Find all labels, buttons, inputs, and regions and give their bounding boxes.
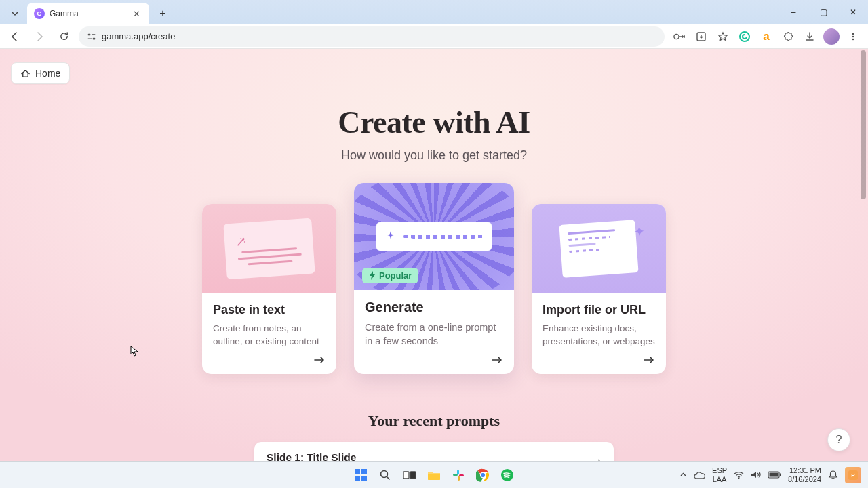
card-desc: Enhance existing docs, presentations, or…	[542, 323, 655, 348]
password-key-icon[interactable]	[670, 27, 689, 46]
window-close-button[interactable]: ✕	[838, 0, 868, 24]
home-button[interactable]: Home	[11, 62, 70, 84]
tab-strip: G Gamma ✕ +	[5, 0, 172, 24]
svg-rect-9	[361, 469, 367, 474]
slack-icon	[452, 469, 465, 481]
downloads-icon[interactable]	[800, 27, 819, 46]
svg-rect-14	[410, 472, 416, 479]
svg-rect-8	[355, 469, 360, 474]
address-bar[interactable]: gamma.app/create	[79, 26, 665, 47]
reload-icon	[59, 31, 69, 41]
recent-prompts-heading: Your recent prompts	[0, 412, 868, 430]
window-minimize-button[interactable]: –	[778, 0, 808, 24]
card-generate[interactable]: Popular Generate Create from a one-line …	[354, 183, 514, 374]
chrome-icon	[476, 468, 490, 482]
svg-rect-15	[457, 470, 459, 474]
card-title: Import file or URL	[542, 303, 655, 317]
clock-date: 8/16/2024	[788, 475, 821, 483]
svg-point-5	[852, 33, 854, 35]
folder-icon	[427, 470, 441, 481]
forward-button[interactable]	[30, 27, 49, 46]
tray-clock[interactable]: 12:31 PM 8/16/2024	[788, 466, 821, 483]
card-desc: Create from a one-line prompt in a few s…	[365, 321, 503, 348]
help-button[interactable]: ?	[827, 428, 850, 451]
svg-point-4	[740, 32, 749, 41]
card-desc: Create from notes, an outline, or existi…	[213, 323, 326, 348]
spotify-icon	[500, 468, 514, 482]
svg-rect-25	[770, 473, 778, 477]
new-tab-button[interactable]: +	[153, 4, 172, 23]
back-button[interactable]	[5, 27, 24, 46]
popular-badge: Popular	[362, 268, 418, 283]
search-icon	[379, 469, 391, 481]
reload-button[interactable]	[54, 27, 73, 46]
svg-rect-13	[403, 472, 409, 479]
profile-avatar[interactable]	[822, 27, 841, 46]
tray-onedrive-icon[interactable]	[694, 471, 705, 479]
clock-time: 12:31 PM	[788, 466, 821, 474]
bolt-icon	[369, 271, 376, 280]
svg-text:P: P	[851, 472, 855, 479]
lang-primary: ESP	[712, 466, 727, 474]
taskbar-spotify[interactable]	[497, 465, 517, 485]
tray-notifications-icon[interactable]	[828, 470, 838, 480]
window-maximize-button[interactable]: ▢	[808, 0, 838, 24]
browser-menu-button[interactable]	[844, 27, 863, 46]
window-controls: – ▢ ✕	[778, 0, 868, 24]
extensions-puzzle-icon[interactable]	[778, 27, 797, 46]
taskview-icon	[403, 470, 416, 481]
badge-label: Popular	[379, 270, 412, 281]
scrollbar-thumb[interactable]	[861, 50, 866, 199]
recent-title: Slide 1: Title Slide	[267, 451, 601, 461]
page-viewport: Home Create with AI How would you like t…	[0, 49, 868, 461]
home-label: Home	[35, 68, 60, 79]
tab-search-dropdown[interactable]	[5, 4, 24, 23]
card-title: Paste in text	[213, 303, 326, 317]
install-app-icon[interactable]	[692, 27, 711, 46]
extension-grammarly-icon[interactable]	[735, 27, 754, 46]
home-icon	[20, 68, 31, 79]
taskbar-search[interactable]	[375, 465, 395, 485]
windows-taskbar: ESP LAA 12:31 PM 8/16/2024 P	[0, 461, 868, 488]
arrow-right-icon	[643, 355, 655, 365]
page-subtitle: How would you like to get started?	[0, 148, 868, 163]
card-paste-illustration	[202, 204, 336, 293]
svg-point-6	[852, 35, 854, 37]
tab-title: Gamma	[50, 9, 79, 18]
taskbar-explorer[interactable]	[424, 465, 444, 485]
browser-tab-active[interactable]: G Gamma ✕	[27, 3, 149, 24]
svg-rect-16	[453, 474, 458, 476]
card-import-file[interactable]: ✦ Import file or URL Enhance existing do…	[532, 204, 666, 374]
arrow-right-icon	[313, 355, 326, 365]
magic-wand-icon	[235, 236, 247, 247]
hero: Create with AI How would you like to get…	[0, 49, 868, 163]
svg-point-7	[852, 38, 854, 40]
extension-amazon-icon[interactable]: a	[757, 27, 776, 46]
card-import-illustration: ✦	[532, 204, 666, 293]
tray-volume-icon[interactable]	[751, 470, 761, 479]
tab-close-button[interactable]: ✕	[130, 7, 142, 20]
tray-wifi-icon[interactable]	[734, 471, 744, 479]
taskbar-slack[interactable]	[448, 465, 469, 485]
taskbar-taskview[interactable]	[399, 465, 420, 485]
arrow-right-icon	[34, 31, 45, 42]
taskbar-pinned-apps	[351, 465, 517, 485]
browser-toolbar: gamma.app/create a	[0, 24, 868, 49]
svg-rect-0	[88, 33, 91, 35]
card-generate-illustration: Popular	[354, 183, 514, 290]
recent-prompt-card[interactable]: Slide 1: Title Slide Paste text · 7 minu…	[254, 442, 614, 461]
start-button[interactable]	[351, 465, 371, 485]
tray-overflow-chevron-icon[interactable]	[679, 471, 687, 479]
vertical-scrollbar[interactable]	[860, 49, 867, 461]
tray-copilot-icon[interactable]: P	[845, 467, 861, 483]
card-title: Generate	[365, 300, 503, 315]
svg-point-12	[381, 470, 388, 477]
browser-titlebar: G Gamma ✕ + – ▢ ✕	[0, 0, 868, 24]
bookmark-star-icon[interactable]	[713, 27, 732, 46]
sparkle-icon: ✦	[633, 223, 646, 240]
taskbar-chrome[interactable]	[473, 465, 493, 485]
tray-battery-icon[interactable]	[768, 471, 781, 479]
card-paste-text[interactable]: Paste in text Create from notes, an outl…	[202, 204, 336, 374]
tray-language[interactable]: ESP LAA	[712, 466, 727, 483]
svg-rect-1	[93, 37, 96, 39]
